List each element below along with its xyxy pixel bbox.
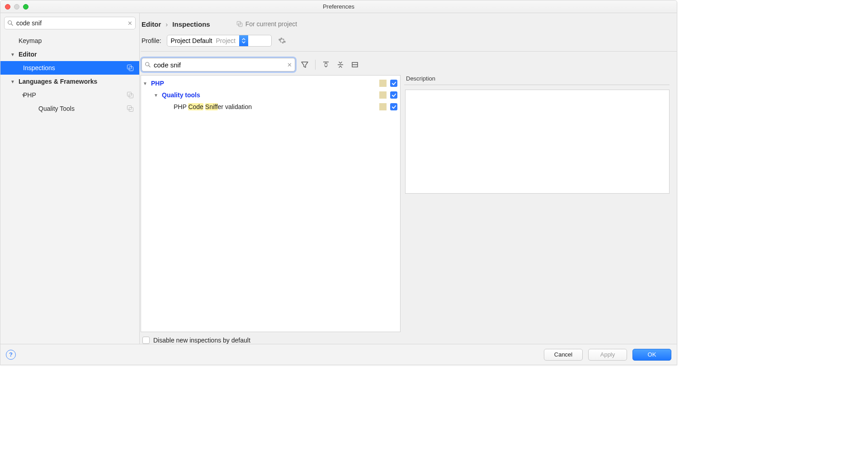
chevron-down-icon: ▼ xyxy=(9,79,17,84)
severity-swatch xyxy=(379,103,387,110)
description-title: Description xyxy=(405,75,670,85)
window-title: Preferences xyxy=(323,3,354,10)
window-controls xyxy=(0,4,28,10)
project-scope-icon xyxy=(127,105,134,112)
chevron-down-icon: ▼ xyxy=(9,52,17,57)
svg-line-1 xyxy=(11,24,13,26)
sidebar-item-label: Languages & Frameworks xyxy=(19,78,97,85)
inspection-checkbox[interactable] xyxy=(390,91,397,99)
chevron-down-icon: ▼ xyxy=(143,81,147,86)
chevron-down-icon: ▼ xyxy=(19,93,28,98)
inspection-checkbox[interactable] xyxy=(390,103,397,110)
inspection-group-label: PHP xyxy=(151,80,164,87)
profile-scope: Project xyxy=(216,37,239,44)
zoom-icon[interactable] xyxy=(23,4,28,10)
divider xyxy=(141,51,677,52)
divider xyxy=(404,85,670,85)
inspections-search[interactable]: ✕ xyxy=(142,58,295,71)
sidebar-item-keymap[interactable]: Keymap xyxy=(0,34,139,48)
project-scope-icon xyxy=(127,64,134,71)
chevron-down-icon: ▼ xyxy=(154,93,158,98)
filter-button[interactable] xyxy=(300,60,310,70)
breadcrumb-editor[interactable]: Editor xyxy=(142,20,161,28)
project-scope-icon xyxy=(127,91,134,99)
reset-button[interactable] xyxy=(350,60,360,70)
inspection-group-label: Quality tools xyxy=(162,91,200,99)
profile-select[interactable]: Project Default Project xyxy=(167,35,272,47)
inspections-search-input[interactable] xyxy=(151,61,287,69)
sidebar-item-inspections[interactable]: Inspections xyxy=(0,61,139,75)
severity-swatch xyxy=(379,91,387,99)
preferences-window: Preferences ✕ Keymap ▼Editor Inspections… xyxy=(0,0,677,365)
dialog-footer: ? Cancel Apply OK xyxy=(0,344,677,365)
profile-settings-button[interactable] xyxy=(277,36,287,46)
scope-label: For current project xyxy=(245,20,297,28)
breadcrumb-inspections: Inspections xyxy=(172,20,210,28)
sidebar-item-label: Keymap xyxy=(19,37,42,44)
sidebar-item-languages-frameworks[interactable]: ▼Languages & Frameworks xyxy=(0,75,139,88)
svg-line-11 xyxy=(149,66,151,67)
minimize-icon[interactable] xyxy=(14,4,19,10)
inspections-tree[interactable]: ▼ PHP ▼ Quality tools PHP Code Sniffer v… xyxy=(141,75,401,332)
disable-new-label: Disable new inspections by default xyxy=(153,337,250,344)
collapse-all-button[interactable] xyxy=(335,60,345,70)
sidebar-item-label: Quality Tools xyxy=(38,105,75,112)
search-icon xyxy=(7,20,14,26)
ok-button[interactable]: OK xyxy=(632,349,671,361)
apply-button[interactable]: Apply xyxy=(588,349,627,361)
toolbar-separator xyxy=(315,60,316,70)
clear-search-icon[interactable]: ✕ xyxy=(287,62,292,68)
sidebar-item-label: Inspections xyxy=(23,64,55,71)
sidebar-item-php[interactable]: ▼PHP xyxy=(0,88,139,102)
inspection-group-quality-tools[interactable]: ▼ Quality tools xyxy=(141,89,400,101)
sidebar-item-editor[interactable]: ▼Editor xyxy=(0,48,139,61)
breadcrumb: Editor › Inspections xyxy=(142,20,210,28)
cancel-button[interactable]: Cancel xyxy=(544,349,583,361)
inspection-php-code-sniffer[interactable]: PHP Code Sniffer validation xyxy=(141,101,400,113)
project-scope-icon xyxy=(236,21,243,27)
expand-all-button[interactable] xyxy=(321,60,331,70)
inspection-checkbox[interactable] xyxy=(390,80,397,87)
inspection-label: PHP Code Sniffer validation xyxy=(174,103,252,110)
preferences-search[interactable]: ✕ xyxy=(4,17,136,29)
current-project-scope: For current project xyxy=(236,20,297,28)
sidebar-item-label: Editor xyxy=(19,51,37,58)
description-panel xyxy=(405,90,670,194)
preferences-search-input[interactable] xyxy=(14,19,127,27)
disable-new-checkbox[interactable] xyxy=(142,337,150,344)
clear-search-icon[interactable]: ✕ xyxy=(127,20,132,27)
left-sidebar: ✕ Keymap ▼Editor Inspections ▼Languages … xyxy=(0,13,140,344)
inspection-group-php[interactable]: ▼ PHP xyxy=(141,77,400,89)
breadcrumb-separator: › xyxy=(165,20,168,28)
severity-swatch xyxy=(379,80,387,87)
preferences-tree: Keymap ▼Editor Inspections ▼Languages & … xyxy=(0,32,139,115)
help-button[interactable]: ? xyxy=(6,350,16,360)
close-icon[interactable] xyxy=(5,4,10,10)
dropdown-stepper-icon xyxy=(239,35,248,46)
sidebar-item-quality-tools[interactable]: Quality Tools xyxy=(0,102,139,115)
profile-selected: Project Default xyxy=(167,37,216,44)
search-icon xyxy=(145,62,151,68)
titlebar: Preferences xyxy=(0,0,677,13)
profile-label: Profile: xyxy=(142,37,161,44)
